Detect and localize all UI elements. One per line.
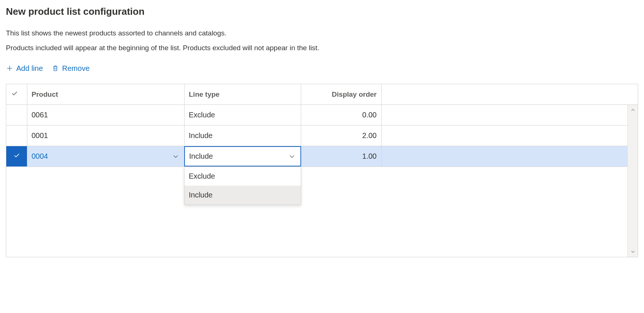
page-description: This list shows the newest products asso… [6,28,638,54]
column-header-display-order[interactable]: Display order [301,84,381,105]
dropdown-option-exclude[interactable]: Exclude [185,167,301,186]
product-cell[interactable]: 0004 [27,146,184,167]
chevron-down-icon[interactable] [172,152,180,161]
add-line-label: Add line [16,64,43,73]
vertical-scrollbar[interactable] [627,105,638,257]
chevron-down-icon[interactable] [630,249,636,255]
column-header-line-type[interactable]: Line type [184,84,301,105]
page-title: New product list configuration [6,6,638,17]
column-header-spacer [381,84,638,105]
product-value: 0004 [32,152,48,161]
row-spacer [381,105,638,125]
line-type-cell[interactable]: Include [184,125,301,146]
row-select-cell[interactable] [6,105,27,125]
product-cell[interactable]: 0001 [27,125,184,146]
grid-toolbar: Add line Remove [6,64,638,73]
chevron-down-icon[interactable] [288,152,296,161]
row-spacer [381,125,638,146]
trash-icon [52,65,59,72]
grid-header-row: Product Line type Display order [6,84,638,105]
column-header-product[interactable]: Product [27,84,184,105]
line-type-value: Include [189,152,213,161]
dropdown-option-include[interactable]: Include [185,186,301,204]
display-order-cell[interactable]: 0.00 [301,105,381,125]
line-type-cell[interactable]: Exclude [184,105,301,125]
line-type-cell[interactable]: Include Exclude Include [184,146,301,167]
row-spacer [381,146,638,167]
description-line-1: This list shows the newest products asso… [6,28,638,39]
plus-icon [6,65,13,72]
product-cell[interactable]: 0061 [27,105,184,125]
add-line-button[interactable]: Add line [6,64,43,73]
chevron-up-icon[interactable] [630,107,636,113]
display-order-cell[interactable]: 2.00 [301,125,381,146]
row-select-cell[interactable] [6,125,27,146]
line-type-dropdown: Exclude Include [184,166,301,205]
remove-label: Remove [62,64,89,73]
product-grid: Product Line type Display order 0061 Exc… [6,84,638,257]
table-row[interactable]: 0001 Include 2.00 [6,125,638,146]
description-line-2: Products included will appear at the beg… [6,42,638,54]
row-select-cell[interactable] [6,146,27,167]
line-type-dropdown-field[interactable]: Include [184,146,301,166]
check-icon [11,90,18,97]
display-order-cell[interactable]: 1.00 [301,146,381,167]
select-all-header[interactable] [6,84,27,105]
table-row[interactable]: 0061 Exclude 0.00 [6,105,638,125]
table-row[interactable]: 0004 Include Exclude Include 1.00 [6,146,638,167]
remove-button[interactable]: Remove [52,64,89,73]
check-icon [13,152,20,159]
